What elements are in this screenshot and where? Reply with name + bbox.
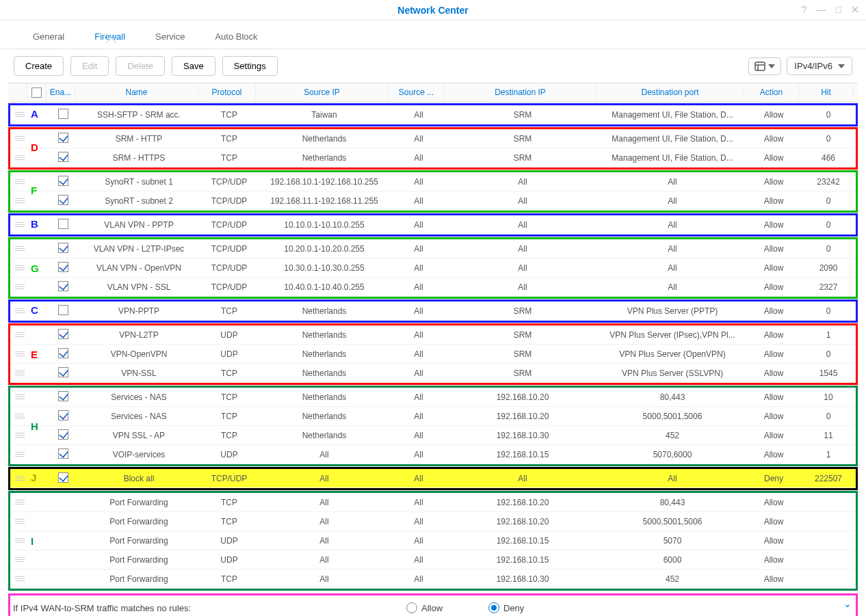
edit-button[interactable]: Edit [70,56,109,76]
enabled-checkbox[interactable] [58,281,68,291]
table-row[interactable]: VPN-SSLTCPNetherlandsAllSRMVPN Plus Serv… [10,364,856,383]
enabled-cell[interactable] [49,446,77,463]
enabled-cell[interactable] [49,408,77,425]
tab-general[interactable]: General [18,27,79,49]
collapse-icon[interactable]: ⌄ [843,598,852,609]
enabled-cell[interactable] [49,539,77,543]
enabled-checkbox[interactable] [58,329,68,339]
table-row[interactable]: SynoRT - subnet 1TCP/UDP192.168.10.1-192… [10,172,856,191]
ip-filter-dropdown[interactable]: IPv4/IPv6 [787,57,852,75]
drag-handle-icon[interactable] [10,151,29,165]
enabled-checkbox[interactable] [58,133,68,143]
enabled-cell[interactable] [49,131,77,147]
enabled-cell[interactable] [49,260,77,276]
enabled-cell[interactable] [49,365,77,381]
col-source-port[interactable]: Source ... [389,83,445,102]
drag-handle-icon[interactable] [10,496,29,509]
close-icon[interactable]: ✕ [851,4,859,15]
enabled-cell[interactable] [49,327,77,343]
enabled-cell[interactable] [49,303,77,319]
maximize-icon[interactable]: □ [836,4,841,15]
table-row[interactable]: Port ForwardingTCPAllAll192.168.10.2080,… [10,493,856,512]
tab-service[interactable]: Service [140,27,200,49]
enabled-cell[interactable] [49,500,77,505]
table-row[interactable]: SSH-SFTP - SRM acc.TCPTaiwanAllSRMManage… [10,105,856,124]
drag-handle-icon[interactable] [10,261,29,275]
enabled-checkbox[interactable] [58,391,68,401]
table-row[interactable]: VPN-OpenVPNUDPNetherlandsAllSRMVPN Plus … [10,345,856,364]
table-row[interactable]: Port ForwardingUDPAllAll192.168.10.15507… [10,531,856,550]
deny-radio[interactable]: Deny [488,602,570,613]
enabled-checkbox[interactable] [58,219,68,229]
drag-handle-icon[interactable] [10,534,29,548]
enabled-checkbox[interactable] [58,305,68,315]
table-row[interactable]: SynoRT - subnet 2TCP/UDP192.168.11.1-192… [10,191,856,211]
delete-button[interactable]: Delete [116,56,165,76]
enabled-cell[interactable] [49,427,77,444]
help-icon[interactable]: ? [802,4,807,15]
drag-handle-icon[interactable] [10,328,29,342]
drag-handle-icon[interactable] [10,410,29,423]
table-row[interactable]: VLAN VPN - SSLTCP/UDP10.40.0.1-10.40.0.2… [10,278,856,297]
enabled-cell[interactable] [49,150,77,166]
drag-handle-icon[interactable] [10,194,29,208]
table-row[interactable]: VPN SSL - APTCPNetherlandsAll192.168.10.… [10,426,856,445]
table-row[interactable]: VOIP-servicesUDPAllAll192.168.10.155070,… [10,445,856,464]
table-row[interactable]: VPN-L2TPUDPNetherlandsAllSRMVPN Plus Ser… [10,325,856,345]
drag-handle-icon[interactable] [10,472,29,485]
enabled-cell[interactable] [49,217,77,233]
select-all-checkbox[interactable] [31,88,42,98]
col-protocol[interactable]: Protocol [198,83,256,102]
col-hit[interactable]: Hit [799,83,854,102]
drag-handle-icon[interactable] [10,218,29,232]
settings-button[interactable]: Settings [222,56,278,76]
enabled-cell[interactable] [49,558,77,562]
col-name[interactable]: Name [75,83,198,102]
enabled-cell[interactable] [49,241,77,257]
drag-handle-icon[interactable] [10,429,29,442]
table-row[interactable]: Port ForwardingTCPAllAll192.168.10.20500… [10,512,856,531]
enabled-cell[interactable] [49,279,77,295]
table-row[interactable]: SRM - HTTPSTCPNetherlandsAllSRMManagemen… [10,148,856,168]
drag-handle-icon[interactable] [10,242,29,256]
table-row[interactable]: VLAN VPN - PPTPTCP/UDP10.10.0.1-10.10.0.… [10,215,856,235]
enabled-cell[interactable] [49,470,77,487]
table-row[interactable]: VPN-PPTPTCPNetherlandsAllSRMVPN Plus Ser… [10,302,856,321]
view-mode-button[interactable] [748,57,781,75]
table-row[interactable]: Services - NASTCPNetherlandsAll192.168.1… [10,407,856,426]
tab-firewall[interactable]: Firewall [79,27,140,49]
allow-radio[interactable]: Allow [406,602,488,613]
col-dest-port[interactable]: Destination port [596,83,744,102]
enabled-checkbox[interactable] [58,152,68,162]
enabled-checkbox[interactable] [58,195,68,205]
drag-handle-icon[interactable] [10,108,29,122]
enabled-checkbox[interactable] [58,367,68,377]
enabled-checkbox[interactable] [58,243,68,253]
enabled-cell[interactable] [49,174,77,190]
drag-handle-icon[interactable] [10,366,29,380]
enabled-cell[interactable] [49,577,77,581]
create-button[interactable]: Create [14,56,64,76]
drag-handle-icon[interactable] [10,347,29,361]
drag-handle-icon[interactable] [10,448,29,461]
table-row[interactable]: Port ForwardingUDPAllAll192.168.10.15600… [10,550,856,570]
table-row[interactable]: SRM - HTTPTCPNetherlandsAllSRMManagement… [10,129,856,148]
enabled-cell[interactable] [49,107,77,123]
table-row[interactable]: Block allTCP/UDPAllAllAllAllDeny222507 [10,469,856,488]
col-enabled[interactable]: Ena... [47,83,75,102]
col-action[interactable]: Action [744,83,799,102]
enabled-cell[interactable] [49,389,77,405]
table-row[interactable]: Port ForwardingTCPAllAll192.168.10.30452… [10,570,856,589]
enabled-checkbox[interactable] [58,262,68,272]
drag-handle-icon[interactable] [10,175,29,189]
enabled-checkbox[interactable] [58,176,68,186]
table-row[interactable]: Services - NASTCPNetherlandsAll192.168.1… [10,388,856,407]
col-dest-ip[interactable]: Destination IP [445,83,596,102]
drag-handle-icon[interactable] [10,280,29,294]
minimize-icon[interactable]: — [817,4,826,15]
tab-autoblock[interactable]: Auto Block [200,27,272,49]
drag-handle-icon[interactable] [10,515,29,528]
drag-handle-icon[interactable] [10,390,29,404]
drag-handle-icon[interactable] [10,553,29,567]
col-source-ip[interactable]: Source IP [256,83,389,102]
